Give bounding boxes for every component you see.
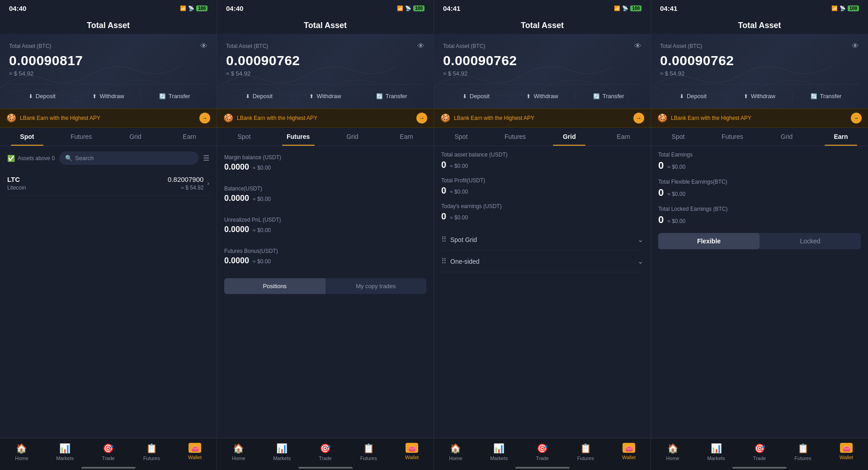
asset-card-4: Total Asset (BTC) 👁 0.00090762 ≈ $ 54.92… [651,34,868,109]
wallet-header-1: Total Asset [0,16,217,34]
banner-arrow-3[interactable]: → [633,113,644,123]
tab-earn-1[interactable]: Earn [162,128,217,146]
spot-grid-label: Spot Grid [450,236,477,243]
nav-home-4[interactable]: 🏠 Home [651,441,694,463]
nav-markets-3[interactable]: 📊 Markets [477,441,521,463]
home-indicator-4 [651,467,868,470]
nav-wallet-2[interactable]: 👛 Wallet [390,441,434,463]
tab-futures-4[interactable]: Futures [705,128,760,146]
banner-left-2: 🍪 LBank Earn with the Highest APY [223,113,317,123]
earn-banner-4[interactable]: 🍪 LBank Earn with the Highest APY → [651,109,868,128]
flexible-toggle-btn[interactable]: Flexible [658,233,760,249]
nav-trade-3[interactable]: 🎯 Trade [521,441,564,463]
nav-futures-4b[interactable]: 📋 Futures [781,441,825,463]
asset-row-ltc-1[interactable]: LTC Litecoin 0.82007900 ≈ $ 54.92 › [7,171,209,196]
total-profit-label: Total Profit(USDT) [441,177,643,184]
list-icon-1[interactable]: ☰ [203,154,209,162]
nav-wallet-4[interactable]: 👛 Wallet [825,441,868,463]
positions-tab[interactable]: Positions [224,278,326,294]
banner-emoji-2: 🍪 [223,113,233,123]
earn-banner-1[interactable]: 🍪 LBank Earn with the Highest APY → [0,109,217,128]
tab-grid-4[interactable]: Grid [760,128,814,146]
banner-arrow-4[interactable]: → [851,113,862,123]
unrealized-section: Unrealized PnL (USDT) 0.0000 ≈ $0.00 [224,217,426,234]
markets-icon-4: 📊 [711,443,722,454]
nav-home-2[interactable]: 🏠 Home [217,441,260,463]
nav-wallet-3[interactable]: 👛 Wallet [607,441,651,463]
tab-earn-3[interactable]: Earn [596,128,651,146]
nav-futures-2[interactable]: 📋 Futures [347,441,390,463]
deposit-btn-1[interactable]: ⬇ Deposit [9,91,75,101]
search-box-1[interactable]: 🔍 Search [59,152,198,165]
tab-earn-2[interactable]: Earn [379,128,434,146]
nav-futures-3b[interactable]: 📋 Futures [564,441,607,463]
nav-home-3[interactable]: 🏠 Home [434,441,477,463]
asset-usd-1: ≈ $ 54.92 [9,70,208,77]
markets-icon-1: 📊 [59,443,71,454]
tab-grid-2[interactable]: Grid [326,128,380,146]
nav-trade-2[interactable]: 🎯 Trade [304,441,347,463]
withdraw-btn-3[interactable]: ⬆ Withdraw [509,91,576,101]
status-icons-4: 📶 📡 100 [831,5,859,11]
banner-arrow-2[interactable]: → [416,113,427,123]
transfer-btn-2[interactable]: 🔄 Transfer [359,91,425,101]
tab-grid-3[interactable]: Grid [542,128,597,146]
tab-earn-4[interactable]: Earn [814,128,868,146]
withdraw-btn-4[interactable]: ⬆ Withdraw [726,91,793,101]
banner-arrow-1[interactable]: → [199,113,210,123]
battery-4: 100 [848,5,859,11]
tab-spot-1[interactable]: Spot [0,128,54,146]
transfer-btn-1[interactable]: 🔄 Transfer [142,91,208,101]
deposit-btn-4[interactable]: ⬇ Deposit [660,91,726,101]
withdraw-btn-1[interactable]: ⬆ Withdraw [75,91,142,101]
nav-trade-4[interactable]: 🎯 Trade [738,441,781,463]
nav-markets-1[interactable]: 📊 Markets [43,441,87,463]
spot-content-1: ✅ Assets above 0 🔍 Search ☰ LTC Litecoin… [0,146,217,438]
nav-wallet-1[interactable]: 👛 Wallet [173,441,217,463]
time-3: 04:41 [443,5,460,12]
asset-label-2: Total Asset (BTC) 👁 [226,42,425,50]
transfer-btn-3[interactable]: 🔄 Transfer [576,91,642,101]
eye-icon-3[interactable]: 👁 [634,42,642,50]
transfer-btn-4[interactable]: 🔄 Transfer [793,91,859,101]
asset-card-2: Total Asset (BTC) 👁 0.00090762 ≈ $ 54.92… [217,34,434,109]
header-title-4: Total Asset [738,21,781,30]
trade-icon-1: 🎯 [103,443,114,454]
copy-trades-tab[interactable]: My copy trades [326,278,427,294]
nav-markets-4[interactable]: 📊 Markets [694,441,738,463]
nav-markets-2[interactable]: 📊 Markets [260,441,304,463]
withdraw-btn-2[interactable]: ⬆ Withdraw [292,91,359,101]
withdraw-icon-1: ⬆ [92,93,97,100]
one-sided-item[interactable]: ⠿ One-sided ⌄ [441,251,643,272]
tab-spot-2[interactable]: Spot [217,128,271,146]
eye-icon-2[interactable]: 👁 [417,42,425,50]
deposit-btn-2[interactable]: ⬇ Deposit [226,91,292,101]
earn-banner-3[interactable]: 🍪 LBank Earn with the Highest APY → [434,109,651,128]
tab-spot-4[interactable]: Spot [651,128,705,146]
total-asset-usd: ≈ $0.00 [450,163,468,169]
nav-home-1[interactable]: 🏠 Home [0,441,43,463]
tab-grid-1[interactable]: Grid [108,128,163,146]
filter-label-1: Assets above 0 [18,155,55,161]
wallet-header-3: Total Asset [434,16,651,34]
spot-grid-item[interactable]: ⠿ Spot Grid ⌄ [441,229,643,251]
eye-icon-4[interactable]: 👁 [852,42,859,50]
battery-3: 100 [630,5,642,11]
tab-spot-3[interactable]: Spot [434,128,488,146]
earn-banner-2[interactable]: 🍪 LBank Earn with the Highest APY → [217,109,434,128]
ltc-name-1: Litecoin [7,185,26,191]
locked-toggle-btn[interactable]: Locked [760,233,861,249]
futures-content-2: Margin balance (USDT) 0.0000 ≈ $0.00 Bal… [217,146,434,438]
assets-filter-1[interactable]: ✅ Assets above 0 [7,155,55,162]
tab-futures-1[interactable]: Futures [54,128,108,146]
tab-futures-3[interactable]: Futures [488,128,542,146]
transfer-icon-3: 🔄 [593,93,600,100]
tab-futures-2[interactable]: Futures [271,128,326,146]
margin-label: Margin balance (USDT) [224,154,426,161]
eye-icon-1[interactable]: 👁 [200,42,208,50]
nav-trade-1[interactable]: 🎯 Trade [87,441,130,463]
asset-amount-2: 0.00090762 [226,53,425,68]
nav-futures-1[interactable]: 📋 Futures [130,441,173,463]
header-title-1: Total Asset [87,21,130,30]
deposit-btn-3[interactable]: ⬇ Deposit [443,91,509,101]
